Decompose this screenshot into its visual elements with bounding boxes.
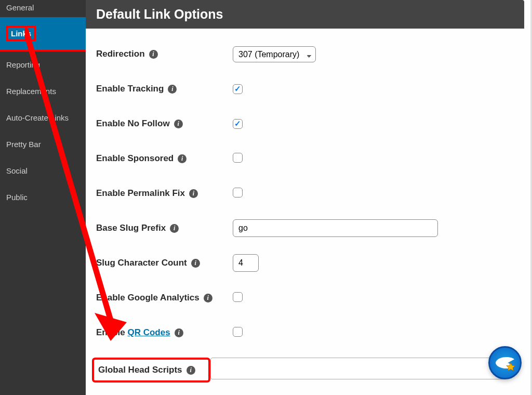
sidebar-item-public[interactable]: Public bbox=[0, 184, 86, 210]
info-icon[interactable]: i bbox=[187, 366, 195, 375]
info-icon[interactable]: i bbox=[170, 224, 179, 233]
sponsored-checkbox[interactable] bbox=[233, 153, 243, 163]
info-icon[interactable]: i bbox=[178, 154, 187, 163]
qr-checkbox[interactable] bbox=[233, 327, 243, 337]
ga-label: Enable Google Analyticsi bbox=[96, 293, 233, 303]
qr-label: Enable QR Codesi bbox=[96, 327, 233, 338]
sidebar-item-pretty-bar[interactable]: Pretty Bar bbox=[0, 131, 86, 157]
slug-prefix-input[interactable] bbox=[233, 219, 438, 237]
permalink-label: Enable Permalink Fixi bbox=[96, 188, 233, 199]
permalink-checkbox[interactable] bbox=[233, 188, 243, 198]
nofollow-label: Enable No Followi bbox=[96, 118, 233, 129]
redirection-label: Redirectioni bbox=[96, 49, 233, 59]
sidebar-item-links[interactable]: Links bbox=[0, 17, 86, 51]
page-title: Default Link Options bbox=[86, 0, 524, 29]
tracking-label: Enable Trackingi bbox=[96, 84, 233, 94]
sidebar-item-auto-create-links[interactable]: Auto-Create Links bbox=[0, 104, 86, 131]
sidebar-item-general[interactable]: General bbox=[0, 0, 86, 17]
sidebar-item-replacements[interactable]: Replacements bbox=[0, 78, 86, 104]
help-floating-button[interactable] bbox=[488, 346, 522, 379]
qr-codes-link[interactable]: QR Codes bbox=[127, 327, 170, 337]
nofollow-checkbox[interactable] bbox=[233, 119, 243, 129]
slug-count-label: Slug Character Counti bbox=[96, 258, 233, 268]
info-icon[interactable]: i bbox=[189, 189, 198, 198]
settings-form: Redirectioni 307 (Temporary) Enable Trac… bbox=[86, 29, 530, 393]
ga-checkbox[interactable] bbox=[233, 292, 243, 302]
redirection-select[interactable]: 307 (Temporary) bbox=[233, 46, 316, 62]
info-icon[interactable]: i bbox=[149, 50, 158, 59]
settings-sidebar: General Links Reporting Replacements Aut… bbox=[0, 0, 86, 395]
info-icon[interactable]: i bbox=[168, 85, 177, 94]
sponsored-label: Enable Sponsoredi bbox=[96, 153, 233, 164]
head-scripts-label: Global Head Scriptsi bbox=[92, 358, 210, 383]
sidebar-item-social[interactable]: Social bbox=[0, 157, 86, 184]
head-scripts-textarea[interactable] bbox=[210, 358, 507, 379]
tracking-checkbox[interactable] bbox=[233, 84, 243, 94]
bird-star-icon bbox=[494, 351, 516, 374]
info-icon[interactable]: i bbox=[174, 120, 183, 128]
info-icon[interactable]: i bbox=[191, 259, 200, 268]
slug-count-input[interactable] bbox=[233, 254, 259, 272]
slug-prefix-label: Base Slug Prefixi bbox=[96, 223, 233, 233]
info-icon[interactable]: i bbox=[204, 294, 212, 302]
info-icon[interactable]: i bbox=[175, 328, 183, 337]
sidebar-item-reporting[interactable]: Reporting bbox=[0, 51, 86, 78]
main-panel: Default Link Options Redirectioni 307 (T… bbox=[86, 0, 530, 395]
